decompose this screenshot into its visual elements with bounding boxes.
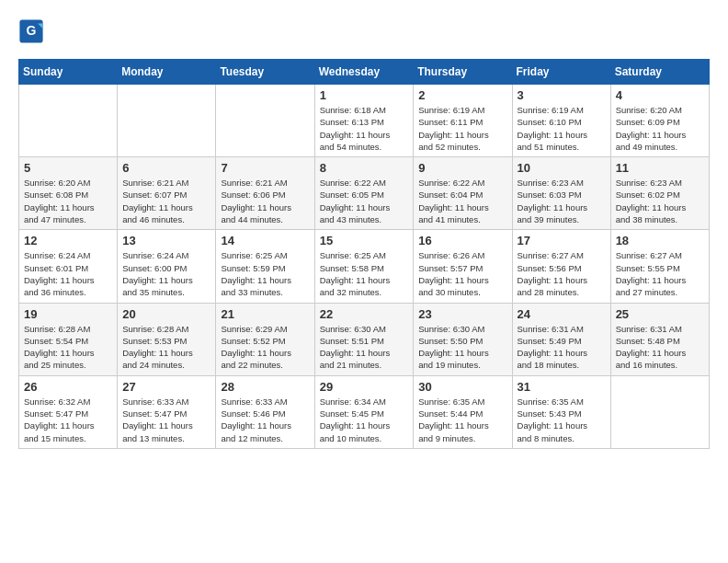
day-info: Sunrise: 6:28 AM Sunset: 5:53 PM Dayligh… [122,323,210,372]
day-info: Sunrise: 6:33 AM Sunset: 5:46 PM Dayligh… [221,396,309,444]
svg-text:G: G [27,23,37,38]
calendar-cell: 29Sunrise: 6:34 AM Sunset: 5:45 PM Dayli… [314,375,414,448]
day-info: Sunrise: 6:25 AM Sunset: 5:59 PM Dayligh… [221,249,309,298]
calendar-cell: 14Sunrise: 6:25 AM Sunset: 5:59 PM Dayli… [216,230,314,303]
weekday-header-thursday: Thursday [414,60,512,85]
calendar-cell: 8Sunrise: 6:22 AM Sunset: 6:05 PM Daylig… [314,157,414,230]
week-row-2: 5Sunrise: 6:20 AM Sunset: 6:08 PM Daylig… [19,157,710,230]
calendar-cell: 22Sunrise: 6:30 AM Sunset: 5:51 PM Dayli… [314,303,414,375]
day-info: Sunrise: 6:31 AM Sunset: 5:49 PM Dayligh… [518,323,606,372]
calendar-body: 1Sunrise: 6:18 AM Sunset: 6:13 PM Daylig… [19,85,710,449]
calendar-cell: 30Sunrise: 6:35 AM Sunset: 5:44 PM Dayli… [414,375,512,448]
calendar-cell: 2Sunrise: 6:19 AM Sunset: 6:11 PM Daylig… [414,85,512,157]
calendar-cell: 27Sunrise: 6:33 AM Sunset: 5:47 PM Dayli… [118,375,216,448]
weekday-header-friday: Friday [512,60,610,85]
day-number: 31 [518,380,606,394]
calendar-cell: 21Sunrise: 6:29 AM Sunset: 5:52 PM Dayli… [216,303,314,375]
calendar-cell: 28Sunrise: 6:33 AM Sunset: 5:46 PM Dayli… [216,375,314,448]
weekday-header-sunday: Sunday [19,60,118,85]
calendar-cell [19,85,118,157]
logo-icon: G [18,18,44,44]
day-info: Sunrise: 6:33 AM Sunset: 5:47 PM Dayligh… [122,396,210,444]
calendar-cell: 13Sunrise: 6:24 AM Sunset: 6:00 PM Dayli… [118,230,216,303]
week-row-3: 12Sunrise: 6:24 AM Sunset: 6:01 PM Dayli… [19,230,710,303]
day-info: Sunrise: 6:31 AM Sunset: 5:48 PM Dayligh… [616,323,704,372]
day-info: Sunrise: 6:27 AM Sunset: 5:56 PM Dayligh… [518,249,606,298]
day-number: 22 [320,307,409,321]
day-number: 3 [518,88,606,102]
day-number: 29 [320,380,409,394]
calendar-cell: 3Sunrise: 6:19 AM Sunset: 6:10 PM Daylig… [512,85,610,157]
calendar-cell: 24Sunrise: 6:31 AM Sunset: 5:49 PM Dayli… [512,303,610,375]
day-number: 18 [616,234,704,247]
calendar-cell: 20Sunrise: 6:28 AM Sunset: 5:53 PM Dayli… [118,303,216,375]
day-number: 25 [616,307,704,321]
day-info: Sunrise: 6:24 AM Sunset: 6:00 PM Dayligh… [122,249,210,298]
week-row-1: 1Sunrise: 6:18 AM Sunset: 6:13 PM Daylig… [19,85,710,157]
calendar-cell: 10Sunrise: 6:23 AM Sunset: 6:03 PM Dayli… [512,157,610,230]
day-info: Sunrise: 6:28 AM Sunset: 5:54 PM Dayligh… [24,323,112,372]
day-info: Sunrise: 6:22 AM Sunset: 6:04 PM Dayligh… [418,177,506,225]
day-number: 8 [320,161,409,175]
day-number: 14 [221,234,309,247]
weekday-header-tuesday: Tuesday [216,60,314,85]
day-number: 19 [24,307,112,321]
day-number: 27 [122,380,210,394]
day-info: Sunrise: 6:22 AM Sunset: 6:05 PM Dayligh… [320,177,409,225]
day-info: Sunrise: 6:21 AM Sunset: 6:07 PM Dayligh… [122,177,210,225]
calendar-cell: 6Sunrise: 6:21 AM Sunset: 6:07 PM Daylig… [118,157,216,230]
day-number: 24 [518,307,606,321]
calendar-cell: 16Sunrise: 6:26 AM Sunset: 5:57 PM Dayli… [414,230,512,303]
weekday-row: SundayMondayTuesdayWednesdayThursdayFrid… [19,60,710,85]
calendar-cell [610,375,709,448]
day-number: 15 [320,234,409,247]
logo: G [18,18,46,44]
day-number: 23 [418,307,506,321]
day-number: 5 [24,161,112,175]
calendar-cell [216,85,314,157]
calendar-cell: 18Sunrise: 6:27 AM Sunset: 5:55 PM Dayli… [610,230,709,303]
calendar-cell: 12Sunrise: 6:24 AM Sunset: 6:01 PM Dayli… [19,230,118,303]
day-info: Sunrise: 6:23 AM Sunset: 6:02 PM Dayligh… [616,177,704,225]
day-number: 28 [221,380,309,394]
calendar-header: SundayMondayTuesdayWednesdayThursdayFrid… [19,60,710,85]
day-info: Sunrise: 6:19 AM Sunset: 6:11 PM Dayligh… [418,104,506,153]
day-number: 16 [418,234,506,247]
calendar-table: SundayMondayTuesdayWednesdayThursdayFrid… [18,59,710,449]
day-number: 11 [616,161,704,175]
day-info: Sunrise: 6:26 AM Sunset: 5:57 PM Dayligh… [418,249,506,298]
day-info: Sunrise: 6:24 AM Sunset: 6:01 PM Dayligh… [24,249,112,298]
day-number: 4 [616,88,704,102]
day-info: Sunrise: 6:20 AM Sunset: 6:08 PM Dayligh… [24,177,112,225]
calendar-cell: 11Sunrise: 6:23 AM Sunset: 6:02 PM Dayli… [610,157,709,230]
calendar-cell: 19Sunrise: 6:28 AM Sunset: 5:54 PM Dayli… [19,303,118,375]
calendar-cell: 7Sunrise: 6:21 AM Sunset: 6:06 PM Daylig… [216,157,314,230]
day-number: 20 [122,307,210,321]
day-number: 2 [418,88,506,102]
calendar-cell: 26Sunrise: 6:32 AM Sunset: 5:47 PM Dayli… [19,375,118,448]
calendar-cell: 17Sunrise: 6:27 AM Sunset: 5:56 PM Dayli… [512,230,610,303]
calendar-cell: 4Sunrise: 6:20 AM Sunset: 6:09 PM Daylig… [610,85,709,157]
page-header: G [18,18,710,44]
day-number: 17 [518,234,606,247]
calendar-cell: 31Sunrise: 6:35 AM Sunset: 5:43 PM Dayli… [512,375,610,448]
day-info: Sunrise: 6:23 AM Sunset: 6:03 PM Dayligh… [518,177,606,225]
day-number: 9 [418,161,506,175]
day-number: 12 [24,234,112,247]
day-info: Sunrise: 6:21 AM Sunset: 6:06 PM Dayligh… [221,177,309,225]
day-info: Sunrise: 6:32 AM Sunset: 5:47 PM Dayligh… [24,396,112,444]
day-info: Sunrise: 6:35 AM Sunset: 5:44 PM Dayligh… [418,396,506,444]
week-row-5: 26Sunrise: 6:32 AM Sunset: 5:47 PM Dayli… [19,375,710,448]
day-number: 21 [221,307,309,321]
day-number: 7 [221,161,309,175]
calendar-cell: 9Sunrise: 6:22 AM Sunset: 6:04 PM Daylig… [414,157,512,230]
calendar-cell: 25Sunrise: 6:31 AM Sunset: 5:48 PM Dayli… [610,303,709,375]
calendar-cell: 1Sunrise: 6:18 AM Sunset: 6:13 PM Daylig… [314,85,414,157]
day-number: 6 [122,161,210,175]
calendar-cell: 23Sunrise: 6:30 AM Sunset: 5:50 PM Dayli… [414,303,512,375]
calendar-cell: 5Sunrise: 6:20 AM Sunset: 6:08 PM Daylig… [19,157,118,230]
day-info: Sunrise: 6:18 AM Sunset: 6:13 PM Dayligh… [320,104,409,153]
day-info: Sunrise: 6:34 AM Sunset: 5:45 PM Dayligh… [320,396,409,444]
day-number: 30 [418,380,506,394]
week-row-4: 19Sunrise: 6:28 AM Sunset: 5:54 PM Dayli… [19,303,710,375]
